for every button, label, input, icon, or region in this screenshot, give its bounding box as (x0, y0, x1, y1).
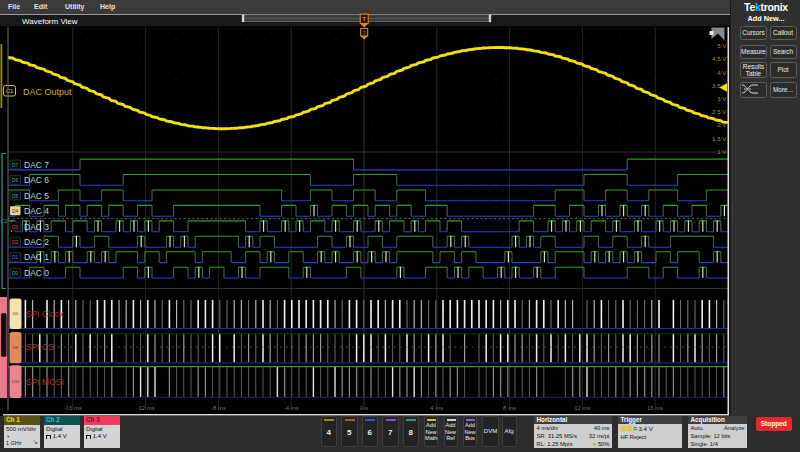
svg-text:2 V: 2 V (717, 121, 727, 128)
svg-text:C2: C2 (1, 218, 8, 224)
svg-text:C1: C1 (6, 88, 14, 94)
svg-text:SPI CS: SPI CS (26, 342, 54, 352)
svg-text:16 ms: 16 ms (647, 405, 663, 411)
svg-text:-12 ms: -12 ms (136, 405, 154, 411)
svg-text:2.5 V: 2.5 V (712, 108, 727, 115)
svg-text:D4: D4 (12, 208, 19, 214)
svg-text:DAC 2: DAC 2 (24, 237, 49, 247)
svg-text:D16: D16 (12, 379, 20, 384)
svg-text:D0: D0 (12, 270, 19, 276)
svg-text:8 ms: 8 ms (503, 405, 516, 411)
svg-text:SPI MOSI: SPI MOSI (26, 377, 64, 387)
svg-text:4 ms: 4 ms (430, 405, 443, 411)
svg-text:12 ms: 12 ms (574, 405, 590, 411)
svg-text:D5: D5 (12, 193, 19, 199)
svg-text:D7: D7 (12, 162, 19, 168)
svg-text:-8 ms: -8 ms (211, 405, 226, 411)
svg-text:D3: D3 (12, 224, 19, 230)
svg-text:-4 ms: -4 ms (284, 405, 299, 411)
svg-text:SPI Clock: SPI Clock (26, 309, 64, 319)
svg-text:DAC 7: DAC 7 (24, 160, 49, 170)
svg-text:1.5 V: 1.5 V (712, 135, 727, 142)
svg-text:DAC 0: DAC 0 (24, 268, 49, 278)
svg-text:4.5 V: 4.5 V (712, 55, 727, 62)
svg-text:0 s: 0 s (360, 405, 368, 411)
svg-text:T: T (362, 16, 366, 22)
svg-text:D1: D1 (12, 254, 19, 260)
svg-text:1 V: 1 V (717, 148, 727, 155)
svg-text:4 V: 4 V (717, 69, 727, 76)
svg-text:DAC 3: DAC 3 (24, 222, 49, 232)
svg-text:3 V: 3 V (717, 95, 727, 102)
svg-text:T: T (363, 30, 366, 36)
svg-text:D8: D8 (13, 345, 19, 350)
svg-text:DAC 6: DAC 6 (24, 175, 49, 185)
svg-text:DAC Output: DAC Output (23, 87, 72, 97)
svg-text:DAC 5: DAC 5 (24, 191, 49, 201)
svg-text:DAC 4: DAC 4 (24, 206, 49, 216)
svg-text:D2: D2 (12, 239, 19, 245)
svg-text:D0: D0 (13, 311, 19, 316)
svg-text:5 V: 5 V (717, 42, 727, 49)
svg-text:D6: D6 (12, 177, 19, 183)
svg-text:DAC 1: DAC 1 (24, 252, 49, 262)
svg-text:-16 ms: -16 ms (64, 405, 82, 411)
